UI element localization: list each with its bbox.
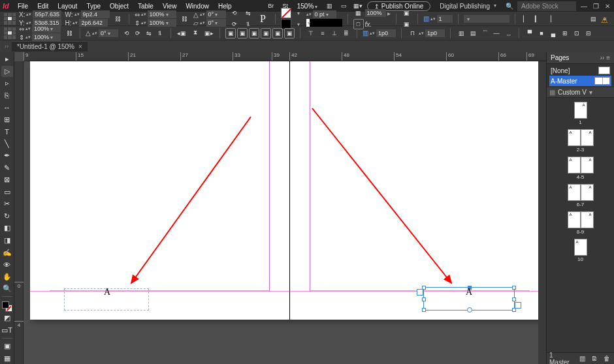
menu-table[interactable]: Table [135,3,157,10]
align-right-icon[interactable]: ▕ [544,14,555,24]
pages-list[interactable]: A1 AA2-3 AA4-5 AA6-7 AA8-9 A10 [547,98,614,352]
opacity-field[interactable]: 100% [365,9,386,17]
new-page-icon[interactable]: 🗎 [590,354,599,364]
rectangle-tool[interactable]: ▭ [1,187,13,198]
gradient-swatch-tool[interactable]: ◧ [1,222,13,234]
menu-file[interactable]: File [14,3,31,10]
document-viewport[interactable]: 9 15 21 27 33 39 42 48 54 60 66 69 0 4 [14,52,546,364]
constrain-scale-icon[interactable]: ⛓ [180,14,190,24]
fill-swatch[interactable] [281,8,291,18]
page-thumb-10[interactable]: A10 [574,239,587,262]
cell-mid-icon[interactable]: ■ [536,28,547,38]
valign-bot-icon[interactable]: ⊥ [329,28,340,38]
cc-sync-alert-icon[interactable]: ⚠ [601,16,610,25]
flip-h-icon[interactable]: ⇋ [243,8,253,18]
scale-y2-field[interactable]: 100% [32,33,61,41]
fit-prop-icon[interactable]: ▣ [249,28,259,38]
dist-v-icon[interactable]: ▤ [468,28,478,38]
stroke-weight-field[interactable]: 0 pt [313,10,336,18]
cell-more-icon[interactable]: ⊟ [583,28,594,38]
window-close[interactable]: ✕ [604,3,611,10]
w-field[interactable]: 9p2.4 [81,10,110,18]
shear-field[interactable]: 0° [206,19,226,27]
flip-h2-icon[interactable]: ⇋ [144,28,154,38]
formatting-container-icon[interactable]: ▭T [1,324,13,336]
page-thumb-2-3[interactable]: AA2-3 [568,129,594,153]
note-tool[interactable]: ✍ [1,247,13,258]
select-prev-icon[interactable]: ◂▣ [176,28,187,38]
constrain-scale2-icon[interactable]: ⛓ [64,28,74,38]
valign-mid-icon[interactable]: ≡ [317,28,328,38]
valign-top-icon[interactable]: ⊤ [306,28,316,38]
eyedropper-tool[interactable]: 👁 [1,259,13,271]
fill-dd[interactable] [293,8,303,18]
window-minimize[interactable]: ― [580,3,588,10]
page-layout-dropdown[interactable]: ▦Custom V▾ [547,87,614,98]
close-tab-icon[interactable]: × [78,43,82,50]
pencil-tool[interactable]: ✎ [1,162,13,174]
stroke-style-field[interactable] [306,19,342,27]
auto-fit-icon[interactable]: ▣ [284,28,295,38]
rotate-ccw-icon[interactable]: ⟲ [229,8,240,18]
view-options-icon[interactable]: ▥ [324,1,334,11]
apply-color-icon[interactable]: ◩ [1,312,13,324]
menu-type[interactable]: Type [83,3,104,10]
fill-stroke-toggle[interactable] [2,301,12,312]
cell-full-icon[interactable]: ⊡ [572,28,582,38]
edit-page-size-icon[interactable]: ▥ [578,354,587,364]
cell-lr-icon[interactable]: ⊞ [560,28,570,38]
scissors-tool[interactable]: ✂ [1,198,13,210]
menu-view[interactable]: View [159,3,180,10]
pages-panel-tab[interactable]: Pages ›› ≡ [547,52,614,64]
rotate-cw2-icon[interactable]: ⟳ [133,28,143,38]
vertical-scrollbar[interactable] [538,61,546,364]
free-transform-tool[interactable]: ↻ [1,211,13,222]
screen-mode-icon[interactable]: ▭ [338,1,349,11]
effects-target-icon[interactable]: □ [353,19,364,29]
reference-point-2[interactable] [4,27,16,39]
line-tool[interactable]: ╲ [1,138,13,150]
gutter-field[interactable]: 1p0 [376,29,396,37]
panel-collapse-icon[interactable]: ›› ≡ [600,54,610,61]
horizontal-ruler[interactable]: 9 15 21 27 33 39 42 48 54 60 66 69 [24,52,546,61]
content-grabber[interactable] [467,307,472,312]
content-collector-tool[interactable]: ⊞ [1,114,13,126]
rectangle-frame-tool[interactable]: ⊠ [1,174,13,186]
rotate-ccw2-icon[interactable]: ⟲ [121,28,132,38]
scale-x-field[interactable]: 100% [148,10,176,18]
h-field[interactable]: 2p6.642 [79,19,108,27]
menu-object[interactable]: Object [106,3,132,10]
cell-bot-icon[interactable]: ▄ [548,28,558,38]
align-b-icon[interactable]: ⎵ [503,28,513,38]
select-next-icon[interactable]: ▣▸ [204,28,214,38]
panel-menu-1[interactable]: ▤ [588,14,598,24]
master-spread[interactable]: A A [30,61,546,320]
type-tool[interactable]: T [1,126,13,138]
valign-justify-icon[interactable]: ≣ [341,28,351,38]
tool-collapse[interactable]: ▸ [1,53,13,65]
tab-expand-icon[interactable]: ›› [1,41,12,52]
in-port[interactable] [417,289,423,296]
fit-frame-icon[interactable]: ▣ [237,28,248,38]
gap-tool[interactable]: ↔ [1,102,13,114]
center-content-icon[interactable]: ▣ [272,28,283,38]
flip-v2-icon[interactable]: ⥮ [155,28,165,38]
selection-tool[interactable]: ▷ [1,66,13,78]
page-thumb-4-5[interactable]: AA4-5 [568,157,594,180]
fit-content-icon[interactable]: ▣ [225,28,236,38]
gradient-feather-tool[interactable]: ◨ [1,235,13,247]
object-style-dd[interactable] [464,15,509,23]
scale-x2-field[interactable]: 100% [32,25,61,33]
constrain-wh-icon[interactable]: ⛓ [113,14,123,24]
page-thumb-1[interactable]: A1 [574,102,587,125]
screen-mode-preview[interactable]: ▦ [1,352,13,364]
align-left-icon[interactable]: ▏ [521,14,531,24]
pasteboard[interactable]: A A [24,61,546,364]
menu-layout[interactable]: Layout [54,3,80,10]
page-thumb-6-7[interactable]: AA6-7 [568,184,594,207]
out-port[interactable] [515,302,521,309]
zoom-tool[interactable]: 🔍 [1,283,13,295]
cell-top-icon[interactable]: ▀ [525,28,535,38]
hourglass-icon[interactable]: ⧗ [190,28,201,38]
master-a-row[interactable]: A-Master [549,76,611,86]
